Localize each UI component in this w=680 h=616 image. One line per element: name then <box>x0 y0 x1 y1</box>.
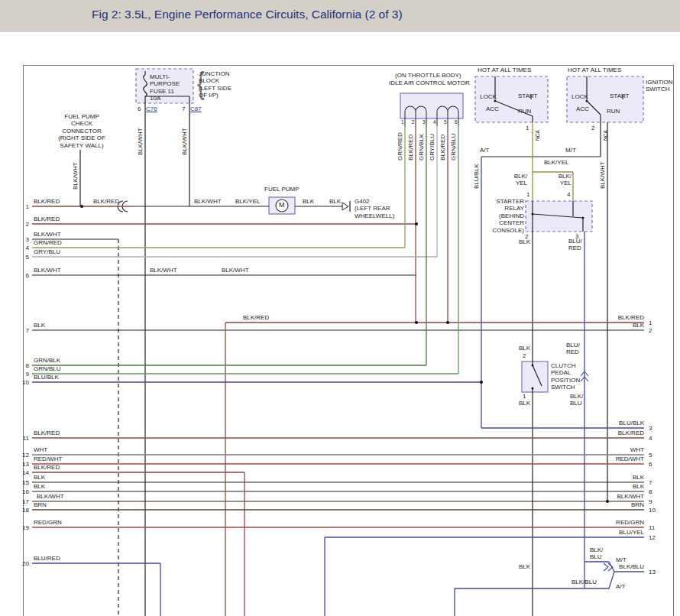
hot-at-all-times-right: HOT AT ALL TIMES <box>568 66 621 73</box>
bottom-wire-blk: BLK <box>507 563 530 570</box>
left-row-pin: 12 <box>17 452 29 459</box>
left-row-wire: GRN/RED <box>34 239 62 246</box>
clutch-wire-blk-top: BLK <box>507 345 530 352</box>
left-row-pin: 8 <box>17 362 29 369</box>
right-row-pin: 7 <box>649 479 659 486</box>
trans-option-at: A/T <box>480 147 489 154</box>
row1-wire-label: BLK <box>329 198 341 205</box>
right-row-wire: WHT <box>588 446 644 453</box>
right-row-pin: 13 <box>649 569 659 575</box>
clutch-switch-box <box>522 361 548 392</box>
left-row-wire: BLU/RED <box>34 555 60 562</box>
check-connector-wire-label: BLK/WHT <box>72 162 79 190</box>
iac-wire-label: GRN/BLK <box>418 134 425 160</box>
iac-pin: 5 <box>444 119 447 125</box>
clutch-switch-label: CLUTCH PEDAL POSITION SWITCH <box>551 362 580 391</box>
left-row-pin: 15 <box>17 479 29 486</box>
row6-wire-label: BLK/WHT <box>222 267 249 274</box>
left-row-wire: BRN <box>34 501 47 508</box>
wiring-diagram-svg <box>0 0 680 616</box>
left-row-wire: BLK/RED <box>34 216 60 222</box>
left-row-pin: 9 <box>17 371 29 378</box>
row1-wire-label: BLK/YEL <box>235 198 260 205</box>
left-row-wire: GRN/BLK <box>34 357 60 364</box>
left-row-wire: BLK/WHT <box>37 493 64 500</box>
iac-wire-label: GRY/BLU <box>429 134 436 160</box>
connector-link-c76[interactable]: C76 <box>146 105 157 112</box>
fuse-pin-7: 7 <box>182 105 185 112</box>
right-row-pin: 9 <box>649 498 659 505</box>
row6-wire-label: BLK/WHT <box>150 267 177 274</box>
clutch-wire-blkblu: BLK/ BLU <box>570 393 583 407</box>
relay-branch-wire-4: BLK/ YEL <box>552 173 572 187</box>
ignition-run-right: RUN <box>607 108 620 115</box>
right-row-wire: BLK <box>588 322 644 329</box>
relay-wire-blk: BLK <box>507 238 530 245</box>
junction-block-label: JUNCTION BLOCK (LEFT SIDE OF I/P) <box>199 70 232 99</box>
left-row-wire: RED/GRN <box>34 519 62 526</box>
right-row-pin: 3 <box>649 425 659 432</box>
left-row-wire: RED/WHT <box>34 456 62 462</box>
left-row-pin: 4 <box>17 245 29 251</box>
right-row-pin: 6 <box>649 461 659 468</box>
left-row-pin: 11 <box>17 435 29 442</box>
iac-wire-label: BLK/RED <box>439 135 446 160</box>
right-row-pin: 12 <box>649 534 659 541</box>
right-row-wire: BLU/BLK <box>588 420 644 426</box>
wire-label-blkwht-ign: BLK/WHT <box>599 161 606 189</box>
right-row-wire: BLU/YEL <box>588 529 644 536</box>
ignition-start-left: START <box>518 92 537 99</box>
left-row-wire: BLK/RED <box>34 464 60 471</box>
right-row-wire: BLK/RED <box>588 430 644 436</box>
iac-pin: 3 <box>423 119 426 125</box>
left-row-pin: 16 <box>17 488 29 495</box>
right-row-wire: BLK/WHT <box>588 493 644 500</box>
relay-wire-blured: BLU/ RED <box>568 238 582 252</box>
left-row-wire: BLK <box>34 322 45 329</box>
right-row-wire: BLK/BLU <box>588 563 644 570</box>
bottom-wire-blkblu-at: BLK/BLU <box>572 579 597 585</box>
left-row-wire: BLK/WHT <box>34 231 61 238</box>
ignition-acc-right: ACC <box>576 105 589 112</box>
iac-pin: 4 <box>433 119 436 125</box>
left-row-pin: 1 <box>17 203 29 210</box>
relay-pin-4: 4 <box>567 191 570 198</box>
left-row-pin: 13 <box>17 461 29 468</box>
ignition-acc-left: ACC <box>486 105 499 112</box>
iac-wire-label: GRN/RED <box>397 132 403 160</box>
right-row-pin: 4 <box>649 435 659 442</box>
right-row-pin: 5 <box>649 452 659 459</box>
right-row-wire: BLK/RED <box>588 314 644 321</box>
wire-label-blkyel: BLK/YEL <box>544 159 568 166</box>
ignition-start-right: START <box>610 92 629 99</box>
ignition-pin-1: 1 <box>526 125 529 131</box>
iac-pin: 1 <box>401 119 404 125</box>
left-row-wire: BLK <box>34 474 45 481</box>
ignition-connector-2: NCA <box>603 130 608 141</box>
ignition-run-left: RUN <box>518 108 531 115</box>
fuse-label: MULTI- PURPOSE FUSE 11 10A <box>150 73 180 102</box>
trans-option-mt: M/T <box>565 147 576 154</box>
left-row-pin: 7 <box>17 327 29 334</box>
right-row-wire: BLK <box>588 474 644 481</box>
right-row-pin: 1 <box>649 319 659 326</box>
left-row-pin: 14 <box>17 469 29 476</box>
bottom-wire-blkblu-mt: BLK/ BLU <box>590 546 603 561</box>
left-row-pin: 2 <box>17 221 29 228</box>
left-row-wire: BLK <box>34 483 45 490</box>
left-row-wire: GRN/BLU <box>34 365 61 372</box>
row1-wire-label: BLK/RED <box>93 198 119 205</box>
hot-at-all-times-left: HOT AT ALL TIMES <box>478 66 531 73</box>
starter-relay-label: STARTER RELAY (BEHIND CENTER CONSOLE) <box>486 198 524 234</box>
right-row-pin: 8 <box>649 488 659 495</box>
figure-title: Fig 2: 3.5L, Engine Performance Circuits… <box>92 8 403 21</box>
right-row-pin: 11 <box>649 524 659 531</box>
right-row-wire: BLK <box>588 483 644 490</box>
check-connector-label: FUEL PUMP CHECK CONNECTOR (RIGHT SIDE OF… <box>53 113 111 149</box>
ignition-connector-1: NCA <box>535 130 540 141</box>
left-row-pin: 19 <box>17 524 29 531</box>
connector-link-c87[interactable]: C87 <box>190 105 202 112</box>
right-row-pin: 2 <box>649 327 659 334</box>
relay-branch-wire-1: BLK/ YEL <box>507 173 527 187</box>
bottom-option-at: A/T <box>616 583 625 590</box>
